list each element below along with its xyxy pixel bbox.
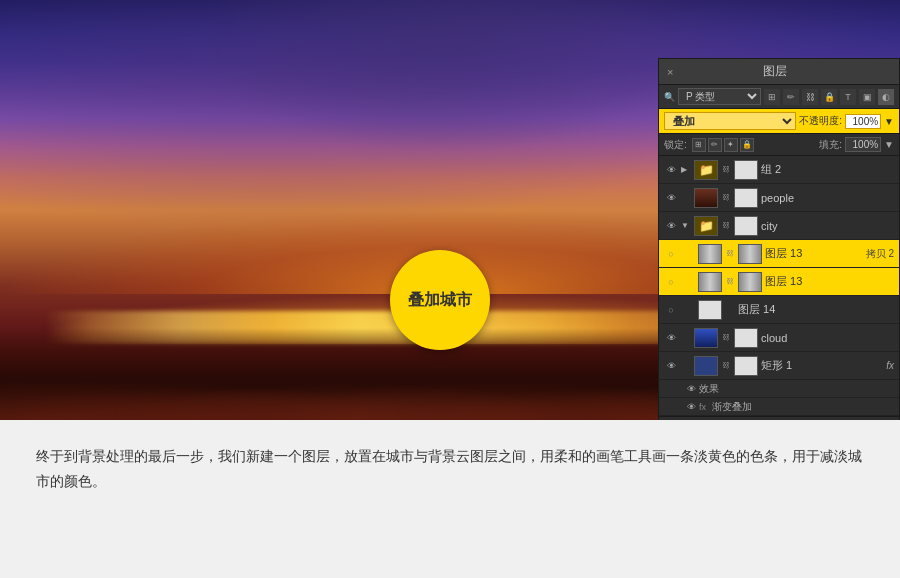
layer-14[interactable]: ○ 图层 14 (659, 296, 899, 324)
chain-people: ⛓ (721, 193, 731, 202)
mask-thumb-13copy (738, 244, 762, 264)
article-text: 终于到背景处理的最后一步，我们新建一个图层，放置在城市与背景云图层之间，用柔和的… (36, 444, 864, 494)
layers-list: 👁 ▶ 📁 ⛓ 组 2 👁 ▶ ⛓ people (659, 156, 899, 416)
folder-icon-city: 📁 (699, 219, 714, 233)
lock-row: 锁定: ⊞ ✏ ✦ 🔒 填充: ▼ (659, 134, 899, 156)
opacity-label: 不透明度: (799, 114, 842, 128)
opacity-arrow[interactable]: ▼ (884, 116, 894, 127)
layer-13[interactable]: ○ ⛓ 图层 13 (659, 268, 899, 296)
text-area: 终于到背景处理的最后一步，我们新建一个图层，放置在城市与背景云图层之间，用柔和的… (0, 420, 900, 514)
layer-shape1[interactable]: 👁 ▶ ⛓ 矩形 1 fx (659, 352, 899, 380)
expand-arrow-group2[interactable]: ▶ (681, 165, 691, 174)
blend-mode-row: 叠加 不透明度: ▼ (659, 109, 899, 134)
effects-label: 效果 (699, 382, 719, 396)
effects-row: 👁 效果 (659, 380, 899, 398)
gradient-overlay-row: 👁 fx 渐变叠加 (659, 398, 899, 416)
main-container: 叠加城市 × 图层 🔍 P 类型 ⊞ ✏ ⛓ 🔒 T ▣ (0, 0, 900, 514)
filter-icon-3[interactable]: ⛓ (802, 89, 818, 105)
search-icon: 🔍 (664, 92, 675, 102)
layer-name-cloud: cloud (761, 332, 894, 344)
chain-group2: ⛓ (721, 165, 731, 174)
layer-name-city: city (761, 220, 894, 232)
layer-group2[interactable]: 👁 ▶ 📁 ⛓ 组 2 (659, 156, 899, 184)
eye-icon-14[interactable]: ○ (664, 303, 678, 317)
eye-icon-shape1[interactable]: 👁 (664, 359, 678, 373)
mask-thumb-city (734, 216, 758, 236)
filter-icon-6[interactable]: ▣ (859, 89, 875, 105)
thumb-13copy (698, 244, 722, 264)
fx-badge: fx (886, 360, 894, 371)
eye-icon-13[interactable]: ○ (664, 275, 678, 289)
panel-header: × 图层 (659, 59, 899, 85)
filter-icon-1[interactable]: ⊞ (764, 89, 780, 105)
layer-13-copy2[interactable]: ○ ⛓ 图层 13 拷贝 2 (659, 240, 899, 268)
mask-thumb-shape1 (734, 356, 758, 376)
mask-thumb-group2 (734, 160, 758, 180)
eye-icon-city[interactable]: 👁 (664, 219, 678, 233)
thumb-shape1 (694, 356, 718, 376)
filter-toggle[interactable]: ◐ (878, 89, 894, 105)
layer-name-group2: 组 2 (761, 162, 894, 177)
filter-icon-5[interactable]: T (840, 89, 856, 105)
chain-shape1: ⛓ (721, 361, 731, 370)
eye-icon-gradient[interactable]: 👁 (687, 402, 696, 412)
filter-icon-4[interactable]: 🔒 (821, 89, 837, 105)
thumb-group2: 📁 (694, 160, 718, 180)
blend-mode-select[interactable]: 叠加 (664, 112, 796, 130)
layer-name-13copy: 图层 13 (765, 246, 861, 261)
fill-arrow[interactable]: ▼ (884, 139, 894, 150)
folder-icon-group2: 📁 (699, 163, 714, 177)
thumb-cloud (694, 328, 718, 348)
eye-icon-cloud[interactable]: 👁 (664, 331, 678, 345)
lock-icons: ⊞ ✏ ✦ 🔒 (692, 138, 754, 152)
filter-row: 🔍 P 类型 ⊞ ✏ ⛓ 🔒 T ▣ ◐ (659, 85, 899, 109)
chain-cloud: ⛓ (721, 333, 731, 342)
layer-name-shape1: 矩形 1 (761, 358, 883, 373)
thumb-people (694, 188, 718, 208)
callout-bubble: 叠加城市 (390, 250, 490, 350)
panel-title: 图层 (763, 63, 787, 80)
callout-text: 叠加城市 (408, 290, 472, 311)
close-icon[interactable]: × (667, 66, 673, 78)
filter-icon-2[interactable]: ✏ (783, 89, 799, 105)
lock-move-icon[interactable]: ✦ (724, 138, 738, 152)
chain-city: ⛓ (721, 221, 731, 230)
fill-input[interactable] (845, 137, 881, 152)
layer-city-group[interactable]: 👁 ▼ 📁 ⛓ city (659, 212, 899, 240)
fill-label: 填充: (819, 138, 842, 152)
layer-people[interactable]: 👁 ▶ ⛓ people (659, 184, 899, 212)
lock-position-icon[interactable]: ⊞ (692, 138, 706, 152)
lock-all-icon[interactable]: 🔒 (740, 138, 754, 152)
layer-type-filter[interactable]: P 类型 (678, 88, 761, 105)
eye-icon-13copy[interactable]: ○ (664, 247, 678, 261)
eye-icon-group2[interactable]: 👁 (664, 163, 678, 177)
mask-thumb-cloud (734, 328, 758, 348)
chain-13copy: ⛓ (725, 249, 735, 258)
eye-icon-effects[interactable]: 👁 (687, 384, 696, 394)
lock-label: 锁定: (664, 138, 687, 152)
layer-name-13: 图层 13 (765, 274, 894, 289)
layers-panel: × 图层 🔍 P 类型 ⊞ ✏ ⛓ 🔒 T ▣ ◐ (658, 58, 900, 420)
thumb-13 (698, 272, 722, 292)
gradient-overlay-label: 渐变叠加 (712, 400, 752, 414)
expand-arrow-city[interactable]: ▼ (681, 221, 691, 230)
layer-name-people: people (761, 192, 894, 204)
fx-icon-gradient: fx (699, 402, 706, 412)
opacity-input[interactable] (845, 114, 881, 129)
layer-extra-13copy: 拷贝 2 (866, 247, 894, 261)
thumb-14 (698, 300, 722, 320)
image-area: 叠加城市 × 图层 🔍 P 类型 ⊞ ✏ ⛓ 🔒 T ▣ (0, 0, 900, 420)
bottom-bar: ⛓ fx □ ◑ 📁 🗑 (659, 416, 899, 420)
layer-cloud[interactable]: 👁 ▶ ⛓ cloud (659, 324, 899, 352)
thumb-city: 📁 (694, 216, 718, 236)
mask-thumb-people (734, 188, 758, 208)
lock-draw-icon[interactable]: ✏ (708, 138, 722, 152)
layer-name-14: 图层 14 (738, 302, 894, 317)
chain-13: ⛓ (725, 277, 735, 286)
mask-thumb-13 (738, 272, 762, 292)
eye-icon-people[interactable]: 👁 (664, 191, 678, 205)
